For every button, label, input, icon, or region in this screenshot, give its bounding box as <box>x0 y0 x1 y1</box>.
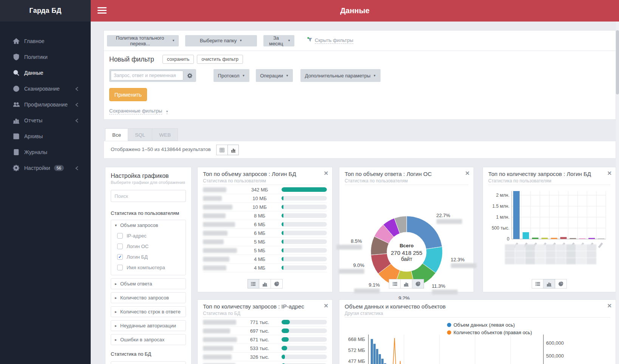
period-dropdown[interactable]: За месяц ▼ <box>263 35 294 46</box>
sidebar-item-9[interactable]: Настройки56 <box>0 160 91 176</box>
bar-view-button[interactable] <box>401 279 412 288</box>
policy-dropdown[interactable]: Политика тотального перехв... ▼ <box>107 35 179 46</box>
table-row: 4 МБ <box>203 264 327 272</box>
settings-search-input[interactable] <box>111 190 186 202</box>
bar-view-button[interactable] <box>543 279 555 288</box>
page-scrollbar[interactable] <box>616 22 619 364</box>
sidebar-item-3[interactable]: Данные <box>0 65 91 81</box>
pie-pct: 22.7% <box>436 213 462 218</box>
settings-group-cut[interactable] <box>111 361 186 364</box>
chart-view-button[interactable] <box>227 145 239 155</box>
protocol-dropdown[interactable]: Протокол ▼ <box>214 69 249 82</box>
table-row: 8 МБ <box>203 211 327 220</box>
hamburger-icon[interactable] <box>97 7 107 14</box>
bar-chart-icon <box>13 117 20 124</box>
list-view-button[interactable] <box>248 279 259 288</box>
bar-view-button[interactable] <box>259 279 271 288</box>
settings-group-header[interactable]: ▾Объем запросов <box>111 220 186 230</box>
tab-web[interactable]: WEB <box>152 128 178 141</box>
tab-bar: ВсеSQLWEB <box>105 128 178 141</box>
chevron-down-icon: ▼ <box>239 39 242 42</box>
row-bar-track <box>282 222 327 227</box>
tab-все[interactable]: Все <box>105 128 128 141</box>
sidebar-item-7[interactable]: Архивы <box>0 128 91 144</box>
chevron-left-icon <box>75 102 79 107</box>
folder-dropdown[interactable]: Выберите папку ▼ <box>185 35 257 46</box>
donut-center-total: Всего 270 418 255 байт <box>384 243 429 262</box>
apply-button[interactable]: Применить <box>109 88 147 101</box>
results-summary: Отображено 1–50 из 4138644 результатов <box>111 147 211 152</box>
checkbox-option-IP-адрес[interactable]: IP-адрес <box>111 230 186 241</box>
svg-text:0: 0 <box>507 236 509 242</box>
settings-group: ▸Количество строк в ответе <box>111 306 186 317</box>
close-icon[interactable]: ✕ <box>323 302 328 309</box>
sidebar-item-4[interactable]: Сканирование <box>0 81 91 97</box>
scrollbar-thumb[interactable] <box>616 30 619 94</box>
table-view-button[interactable] <box>216 145 227 155</box>
clear-filter-button[interactable]: очистить фильтр <box>197 55 243 64</box>
hide-filters-link[interactable]: Скрыть фильтры <box>307 37 353 44</box>
tab-sql[interactable]: SQL <box>128 128 152 141</box>
settings-group-header[interactable]: ▸Объем ответа <box>111 279 186 289</box>
settings-group: ▸Объем ответа <box>111 278 186 289</box>
option-label: Имя компьютера <box>127 265 165 270</box>
card-title: Топ по количеству запросов : IP-адрес <box>203 303 304 310</box>
pie-view-button[interactable] <box>555 279 567 288</box>
checkbox-option-Логин БД[interactable]: ✓Логин БД <box>111 251 186 262</box>
pie-slice-label: 12.3% <box>451 257 477 268</box>
save-filter-button[interactable]: сохранить <box>162 55 194 64</box>
sidebar-item-5[interactable]: Профилирование <box>0 97 91 113</box>
settings-groups-db <box>111 361 186 364</box>
checkbox-icon[interactable] <box>117 244 123 249</box>
row-value: 6 МБ <box>238 230 282 236</box>
policy-dropdown-label: Политика тотального перехв... <box>111 35 169 46</box>
settings-group-header[interactable]: ▸Количество строк в ответе <box>111 307 186 317</box>
checkbox-icon[interactable] <box>117 233 123 239</box>
close-icon[interactable]: ✕ <box>607 302 612 309</box>
redacted-name <box>203 346 233 351</box>
extra-params-dropdown[interactable]: Дополнительные параметры ▼ <box>300 69 381 82</box>
row-bar-fill <box>282 205 283 209</box>
sidebar-item-label: Журналы <box>24 149 47 155</box>
gear-icon[interactable] <box>183 72 196 79</box>
redacted-name <box>336 245 362 250</box>
sidebar-item-label: Данные <box>24 70 43 76</box>
close-icon[interactable]: ✕ <box>323 170 328 177</box>
row-bar-track <box>282 265 327 270</box>
redacted-name <box>203 248 237 253</box>
section-db-heading: Статистика по БД <box>111 351 186 357</box>
saved-filters-link[interactable]: Сохраненные фильтры ▾ <box>109 108 168 114</box>
view-trio <box>339 279 474 288</box>
sidebar-item-6[interactable]: Отчеты <box>0 113 91 128</box>
checkbox-option-Логин ОС[interactable]: Логин ОС <box>111 241 186 251</box>
sidebar-item-2[interactable]: Политики <box>0 49 91 65</box>
settings-group-header[interactable]: ▸Количество запросов <box>111 293 186 303</box>
redacted-name <box>451 263 477 268</box>
chart-legend: Объем данных (левая ось) Количество объе… <box>447 321 532 336</box>
table-rows: 771 тыс.697 тыс.671 тыс.533 тыс.326 тыс.… <box>203 318 327 364</box>
query-input[interactable] <box>111 71 183 80</box>
pie-view-button[interactable] <box>412 279 424 288</box>
sidebar-item-1[interactable]: Главное <box>0 33 91 49</box>
checkbox-checked-icon[interactable]: ✓ <box>117 254 123 260</box>
sidebar-item-8[interactable]: Журналы <box>0 144 91 160</box>
row-value: 308 тыс. <box>238 363 282 364</box>
settings-group-header[interactable]: ▸Ошибки в запросах <box>111 335 186 345</box>
pie-view-button[interactable] <box>271 279 283 288</box>
bar-chart-icon <box>404 281 409 287</box>
checkbox-icon[interactable] <box>117 265 123 270</box>
chevron-down-icon: ▼ <box>172 39 175 42</box>
close-icon[interactable]: ✕ <box>607 170 612 177</box>
list-view-button[interactable] <box>532 279 543 288</box>
list-view-button[interactable] <box>389 279 401 288</box>
settings-group-header[interactable]: ▸Неудачные авторизации <box>111 321 186 331</box>
sidebar-item-label: Профилирование <box>24 102 68 108</box>
operations-dropdown[interactable]: Операции ▼ <box>256 69 293 82</box>
row-bar-fill <box>282 231 283 235</box>
close-icon[interactable]: ✕ <box>465 170 470 177</box>
checkbox-option-Имя компьютера[interactable]: Имя компьютера <box>111 262 186 273</box>
row-bar-fill <box>282 337 289 342</box>
redacted-name <box>203 231 227 236</box>
redacted-legend <box>505 244 597 265</box>
users-icon <box>13 101 20 108</box>
